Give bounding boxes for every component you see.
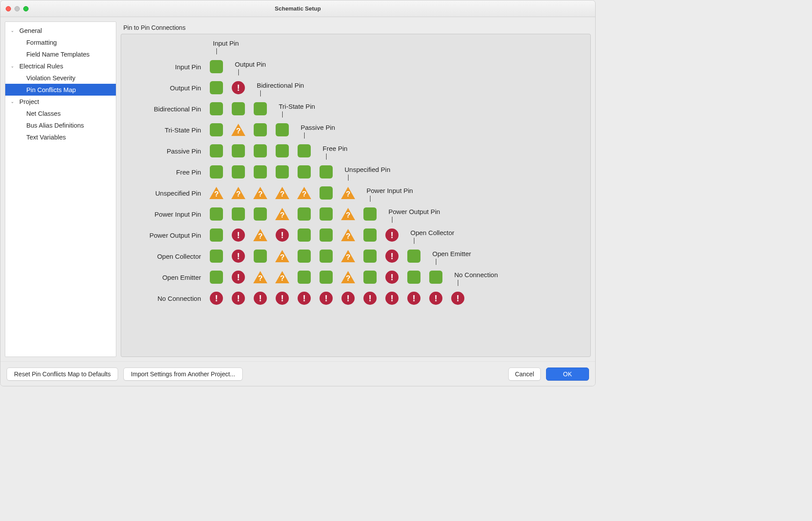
matrix-cell[interactable] (253, 270, 268, 285)
matrix-cell[interactable] (428, 291, 443, 306)
ok-icon (298, 165, 311, 178)
matrix-cell[interactable] (275, 186, 290, 200)
matrix-cell[interactable] (428, 270, 443, 285)
matrix-cell[interactable] (341, 207, 356, 221)
matrix-row: Power Output Pin (132, 225, 399, 246)
matrix-cell[interactable] (231, 143, 246, 158)
matrix-cell[interactable] (231, 101, 246, 116)
matrix-cell[interactable] (384, 291, 399, 306)
import-settings-button[interactable]: Import Settings from Another Project... (123, 368, 242, 381)
matrix-cell[interactable] (209, 207, 224, 221)
matrix-cell[interactable] (209, 122, 224, 137)
matrix-cell[interactable] (231, 164, 246, 179)
matrix-cell[interactable] (384, 249, 399, 264)
matrix-cell[interactable] (253, 186, 268, 200)
matrix-cell[interactable] (275, 143, 290, 158)
matrix-cell[interactable] (341, 186, 356, 200)
matrix-cell[interactable] (406, 249, 421, 264)
ok-button[interactable]: OK (546, 368, 589, 381)
sidebar-item-project[interactable]: ⌄Project (5, 96, 116, 107)
matrix-cell[interactable] (297, 249, 312, 264)
matrix-cell[interactable] (341, 291, 356, 306)
footer: Reset Pin Conflicts Map to Defaults Impo… (0, 361, 595, 386)
matrix-cell[interactable] (253, 291, 268, 306)
sidebar-item-general[interactable]: ⌄General (5, 25, 116, 36)
matrix-cell[interactable] (209, 228, 224, 243)
sidebar-item-formatting[interactable]: Formatting (5, 36, 116, 48)
matrix-cell[interactable] (450, 291, 465, 306)
matrix-cell[interactable] (231, 122, 246, 137)
matrix-cell[interactable] (209, 143, 224, 158)
sidebar-item-bus-alias-definitions[interactable]: Bus Alias Definitions (5, 119, 116, 131)
matrix-cell[interactable] (209, 270, 224, 285)
matrix-cell[interactable] (363, 228, 377, 243)
sidebar-item-pin-conflicts-map[interactable]: Pin Conflicts Map (5, 84, 116, 96)
matrix-cell[interactable] (319, 186, 334, 200)
matrix-cell[interactable] (319, 164, 334, 179)
matrix-cell[interactable] (297, 291, 312, 306)
matrix-cell[interactable] (253, 207, 268, 221)
matrix-cell[interactable] (319, 228, 334, 243)
matrix-cell[interactable] (319, 207, 334, 221)
matrix-cell[interactable] (253, 249, 268, 264)
matrix-cell[interactable] (275, 122, 290, 137)
matrix-cell[interactable] (297, 228, 312, 243)
matrix-cell[interactable] (319, 270, 334, 285)
col-header-label: Open Collector (410, 229, 454, 236)
matrix-cell[interactable] (253, 228, 268, 243)
matrix-cell[interactable] (363, 291, 377, 306)
matrix-cell[interactable] (231, 207, 246, 221)
close-icon[interactable] (6, 6, 11, 11)
matrix-cell[interactable] (231, 270, 246, 285)
matrix-cell[interactable] (363, 207, 377, 221)
matrix-cell[interactable] (406, 270, 421, 285)
matrix-cell[interactable] (209, 80, 224, 95)
matrix-cell[interactable] (384, 228, 399, 243)
matrix-cell[interactable] (231, 249, 246, 264)
matrix-cell[interactable] (319, 249, 334, 264)
sidebar-item-electrical-rules[interactable]: ⌄Electrical Rules (5, 60, 116, 72)
matrix-cell[interactable] (363, 249, 377, 264)
matrix-cell[interactable] (231, 291, 246, 306)
matrix-cell[interactable] (363, 270, 377, 285)
matrix-cell[interactable] (297, 270, 312, 285)
matrix-cell[interactable] (209, 164, 224, 179)
matrix-cell[interactable] (341, 249, 356, 264)
matrix-cell[interactable] (297, 143, 312, 158)
matrix-cell[interactable] (253, 164, 268, 179)
sidebar-item-violation-severity[interactable]: Violation Severity (5, 72, 116, 84)
matrix-cell[interactable] (253, 122, 268, 137)
matrix-cell[interactable] (297, 207, 312, 221)
matrix-cell[interactable] (209, 249, 224, 264)
reset-defaults-button[interactable]: Reset Pin Conflicts Map to Defaults (7, 368, 118, 381)
matrix-cell[interactable] (297, 164, 312, 179)
matrix-cell[interactable] (231, 228, 246, 243)
matrix-cell[interactable] (275, 228, 290, 243)
matrix-cell[interactable] (297, 186, 312, 200)
matrix-cell[interactable] (275, 270, 290, 285)
matrix-cell[interactable] (384, 270, 399, 285)
matrix-cell[interactable] (406, 291, 421, 306)
matrix-cell[interactable] (209, 101, 224, 116)
matrix-cell[interactable] (275, 249, 290, 264)
matrix-cell[interactable] (253, 101, 268, 116)
matrix-cell[interactable] (275, 164, 290, 179)
matrix-cell[interactable] (231, 186, 246, 200)
sidebar-item-field-name-templates[interactable]: Field Name Templates (5, 48, 116, 60)
matrix-cell[interactable] (209, 59, 224, 74)
matrix-cell[interactable] (341, 270, 356, 285)
sidebar-item-text-variables[interactable]: Text Variables (5, 131, 116, 143)
row-header-label: Free Pin (132, 168, 209, 176)
cancel-button[interactable]: Cancel (508, 368, 541, 381)
sidebar-item-net-classes[interactable]: Net Classes (5, 107, 116, 119)
maximize-icon[interactable] (23, 6, 29, 11)
matrix-cell[interactable] (319, 291, 334, 306)
matrix-cell[interactable] (253, 143, 268, 158)
matrix-cell[interactable] (209, 186, 224, 200)
matrix-cell[interactable] (341, 228, 356, 243)
matrix-cell[interactable] (209, 291, 224, 306)
matrix-cell[interactable] (231, 80, 246, 95)
matrix-cell[interactable] (275, 207, 290, 221)
matrix-row: Open Emitter (132, 267, 443, 288)
matrix-cell[interactable] (275, 291, 290, 306)
